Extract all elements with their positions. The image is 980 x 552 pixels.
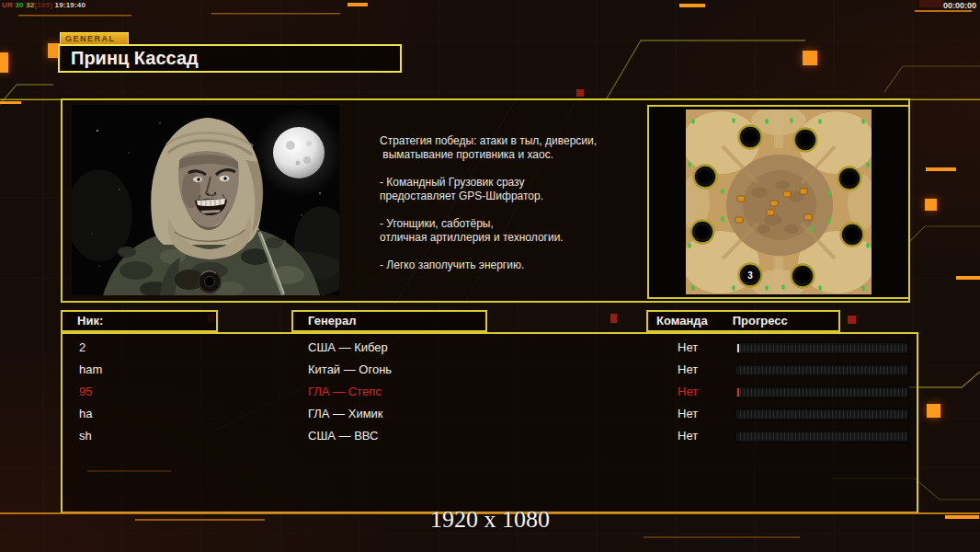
- player-team: Нет: [678, 385, 698, 398]
- debug-segment: 19:19:40: [52, 1, 85, 9]
- player-table-panel: 2США — КиберНетhamКитай — ОгоньНет95ГЛА …: [61, 332, 918, 513]
- progress-tick: [737, 344, 739, 352]
- player-general: США — Кибер: [308, 340, 388, 354]
- resource-dot-icon: [732, 119, 735, 123]
- player-general: ГЛА — Степс: [308, 385, 382, 398]
- table-row: hamКитай — ОгоньНет: [63, 359, 917, 381]
- strategy-text: Стратегия победы: атаки в тыл, диверсии,…: [380, 134, 655, 272]
- strategy-line: - Командный Грузовик сразу: [380, 176, 655, 190]
- resource-dot-icon: [818, 120, 821, 124]
- player-nick: 95: [79, 385, 92, 398]
- column-header-team-progress: Команда Прогресс: [646, 310, 840, 332]
- player-nick: sh: [79, 429, 92, 443]
- progress-bar: [735, 364, 909, 376]
- resource-dot-icon: [818, 286, 821, 291]
- strategy-line: - Угонщики, саботёры,: [380, 217, 655, 231]
- start-position-label: 3: [747, 270, 753, 281]
- table-row: haГЛА — ХимикНет: [63, 403, 917, 425]
- strategy-line: выматывание противника и хаос.: [380, 148, 655, 162]
- oil-derrick-icon: [838, 167, 861, 190]
- progress-bar: [735, 431, 909, 443]
- oil-derrick-icon: [794, 129, 817, 152]
- unit-icon: [804, 214, 812, 220]
- debug-segment: 30: [13, 1, 24, 9]
- debug-segment: UR: [2, 1, 13, 9]
- resource-dot-icon: [866, 244, 869, 248]
- unit-icon: [800, 189, 807, 194]
- resource-dot-icon: [765, 286, 768, 291]
- player-nick: ham: [79, 362, 102, 376]
- column-header-nick: Ник:: [61, 310, 218, 332]
- player-general: США — ВВС: [308, 429, 379, 443]
- player-rows: 2США — КиберНетhamКитай — ОгоньНет95ГЛА …: [63, 337, 917, 447]
- resource-dot-icon: [790, 119, 792, 123]
- strategy-line: Стратегия победы: атаки в тыл, диверсии,: [380, 134, 655, 148]
- player-team: Нет: [678, 429, 698, 443]
- oil-derrick-icon: 3: [739, 264, 762, 287]
- general-name: Принц Кассад: [58, 44, 402, 73]
- resource-dot-icon: [691, 120, 694, 124]
- strategy-line: отличная артиллерия и технологии.: [380, 231, 655, 245]
- oil-derrick-icon: [691, 221, 714, 244]
- resource-dot-icon: [688, 163, 690, 167]
- resource-dot-icon: [861, 120, 864, 124]
- resource-dot-icon: [721, 190, 724, 194]
- resource-dot-icon: [827, 191, 830, 196]
- debug-segment: [165]: [34, 1, 52, 9]
- player-general: ГЛА — Химик: [308, 407, 383, 420]
- resource-dot-icon: [688, 244, 690, 248]
- progress-tick: [737, 388, 739, 397]
- resolution-label: 1920 x 1080: [0, 506, 980, 534]
- strategy-line: [380, 245, 655, 259]
- player-team: Нет: [678, 407, 698, 420]
- table-row: 2США — КиберНет: [63, 337, 917, 359]
- column-header-progress: Прогресс: [733, 312, 788, 330]
- unit-icon: [737, 196, 745, 201]
- player-general: Китай — Огонь: [308, 362, 392, 376]
- progress-bar: [735, 408, 909, 420]
- resource-dot-icon: [827, 219, 830, 224]
- strategy-line: [380, 203, 655, 217]
- player-nick: ha: [79, 407, 92, 420]
- progress-bar: [735, 386, 909, 398]
- resource-dot-icon: [861, 286, 864, 291]
- unit-icon: [783, 191, 791, 197]
- strategy-line: [380, 162, 655, 176]
- oil-derrick-icon: [841, 224, 864, 247]
- unit-icon: [735, 217, 743, 223]
- oil-derrick-icon: [792, 265, 815, 288]
- general-portrait: [72, 105, 339, 295]
- oil-derrick-icon: [739, 126, 762, 149]
- debug-segment: 32: [24, 1, 35, 9]
- table-row: 95ГЛА — СтепсНет: [63, 381, 917, 403]
- unit-icon: [770, 201, 778, 206]
- player-team: Нет: [678, 340, 698, 354]
- debug-readout: UR 30 32[165] 19:19:40: [2, 1, 85, 9]
- progress-bar: [735, 342, 909, 354]
- resource-dot-icon: [866, 163, 869, 167]
- match-timer: 00:00:00: [943, 1, 976, 10]
- column-header-general: Генерал: [291, 310, 487, 332]
- unit-icon: [767, 210, 774, 215]
- oil-derrick-icon: [694, 166, 717, 189]
- minimap-svg: 3: [686, 109, 872, 294]
- player-team: Нет: [678, 362, 698, 376]
- general-tab: GENERAL: [60, 32, 129, 45]
- resource-dot-icon: [810, 227, 813, 232]
- column-header-team: Команда: [656, 312, 708, 330]
- moon-icon: [255, 109, 339, 197]
- table-row: shСША — ВВСНет: [63, 425, 917, 447]
- resource-dot-icon: [721, 217, 724, 222]
- resource-dot-icon: [691, 286, 694, 291]
- resource-dot-icon: [765, 120, 768, 124]
- player-nick: 2: [79, 340, 85, 354]
- strategy-line: - Легко заполучить энергию.: [380, 259, 655, 272]
- resource-dot-icon: [781, 285, 784, 290]
- resource-dot-icon: [732, 286, 735, 291]
- strategy-line: предоставляет GPS-Шифратор.: [380, 190, 655, 203]
- portrait-art: [72, 105, 339, 295]
